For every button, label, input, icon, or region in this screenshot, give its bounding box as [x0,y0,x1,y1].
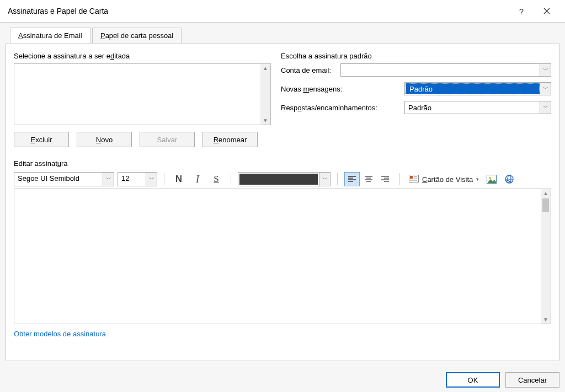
svg-point-18 [489,177,491,179]
scroll-down-icon: ▼ [543,316,548,323]
new-messages-label: Novas mensagens: [281,85,404,93]
email-account-dropdown[interactable]: ﹀ [340,63,551,77]
get-templates-link[interactable]: Obter modelos de assinatura [14,330,106,338]
rename-button[interactable]: Renomear [202,132,258,147]
chevron-down-icon: ▾ [476,176,479,182]
svg-rect-13 [410,176,413,179]
chevron-down-icon: ﹀ [103,173,114,186]
font-color-dropdown[interactable]: ﹀ [238,172,331,186]
color-swatch [239,174,318,185]
help-button[interactable]: ? [509,0,534,22]
align-center-icon [364,175,373,183]
tab-email-signature[interactable]: Assinatura de Email [10,28,90,43]
choose-default-label: Escolha a assinatura padrão [281,52,551,60]
align-left-button[interactable] [344,172,360,186]
chevron-down-icon: ﹀ [319,173,330,186]
tab-personal-stationery[interactable]: Papel de carta pessoal [92,28,182,43]
close-button[interactable] [534,0,559,22]
insert-picture-button[interactable] [484,172,499,186]
signature-editor[interactable]: ▲ ▼ [14,189,551,324]
align-right-button[interactable] [377,172,393,186]
delete-button[interactable]: Excluir [14,132,69,147]
new-messages-value: Padrão [406,83,540,94]
new-button[interactable]: Novo [77,132,132,147]
scroll-up-icon: ▲ [543,190,548,196]
email-account-value [341,64,540,76]
italic-button[interactable]: I [190,172,205,186]
separator [337,173,338,185]
titlebar: Assinaturas e Papel de Carta ? [0,0,565,22]
window-title: Assinaturas e Papel de Carta [8,7,509,15]
dialog-body: Assinatura de Email Papel de carta pesso… [0,22,565,392]
replies-label: Respostas/encaminhamentos: [281,104,404,112]
editor-toolbar: Segoe UI Semibold ﹀ 12 ﹀ N I S ﹀ [14,171,551,189]
replies-dropdown[interactable]: Padrão ﹀ [404,101,551,114]
align-left-icon [348,175,356,183]
font-name-dropdown[interactable]: Segoe UI Semibold ﹀ [14,172,114,186]
signature-list-scrollbar[interactable]: ▲ ▼ [260,64,270,125]
insert-hyperlink-button[interactable] [502,172,516,186]
signature-list[interactable]: ▲ ▼ [14,63,271,125]
chevron-down-icon: ﹀ [540,83,551,95]
separator [164,173,164,185]
business-card-button[interactable]: Cartão de Visita ▾ [407,172,481,186]
save-button: Salvar [140,132,195,147]
editor-scrollbar[interactable]: ▲ ▼ [541,189,551,324]
new-messages-dropdown[interactable]: Padrão ﹀ [404,82,551,95]
edit-signature-label: Editar assinatura [14,159,551,168]
underline-button[interactable]: S [209,172,224,186]
align-center-button[interactable] [361,172,376,186]
email-account-label: Conta de email: [281,66,340,74]
separator [399,173,400,185]
hyperlink-icon [504,174,514,184]
replies-value: Padrão [405,101,540,114]
scroll-thumb[interactable] [542,198,549,212]
chevron-down-icon: ﹀ [146,173,157,186]
tab-panel: Selecione a assinatura a ser editada ▲ ▼… [6,44,559,361]
business-card-icon [409,175,419,184]
chevron-down-icon: ﹀ [540,64,551,76]
tab-strip: Assinatura de Email Papel de carta pesso… [6,27,559,44]
close-icon [543,8,550,14]
ok-button[interactable]: OK [446,372,500,388]
scroll-down-icon: ▼ [263,117,268,123]
align-right-icon [381,175,390,183]
select-signature-label: Selecione a assinatura a ser editada [14,52,271,60]
font-size-dropdown[interactable]: 12 ﹀ [118,172,157,186]
cancel-button[interactable]: Cancelar [505,372,559,388]
chevron-down-icon: ﹀ [540,101,551,114]
dialog-footer: OK Cancelar [446,372,559,388]
separator [231,173,231,185]
scroll-up-icon: ▲ [263,65,268,71]
picture-icon [487,175,497,184]
bold-button[interactable]: N [171,172,186,186]
